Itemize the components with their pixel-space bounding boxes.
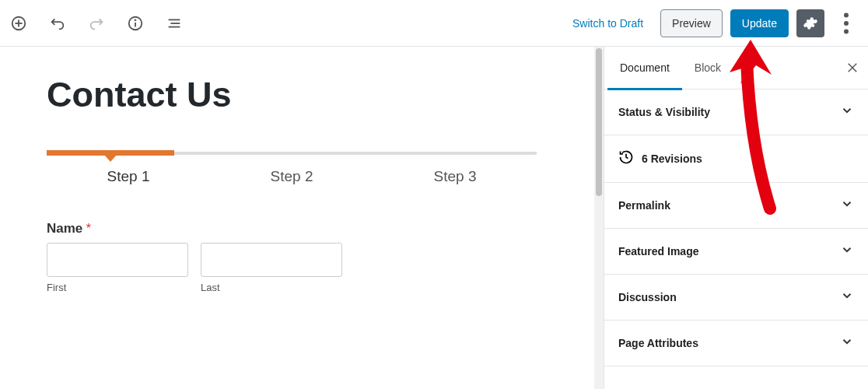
close-icon xyxy=(845,61,859,75)
outline-button[interactable] xyxy=(165,14,184,33)
kebab-icon xyxy=(832,9,860,37)
editor-canvas[interactable]: Contact Us Step 1 Step 2 Step 3 Name * F… xyxy=(0,47,594,389)
last-sublabel: Last xyxy=(201,282,342,293)
page-title[interactable]: Contact Us xyxy=(47,75,537,115)
sidebar-panels: Status & Visibility 6 Revisions Permalin… xyxy=(604,89,868,389)
settings-sidebar: Document Block Status & Visibility 6 Rev… xyxy=(604,47,868,389)
step-2: Step 2 xyxy=(210,168,373,185)
svg-point-10 xyxy=(844,21,849,26)
chevron-down-icon xyxy=(840,103,854,121)
toolbar-left xyxy=(9,14,184,33)
add-block-button[interactable] xyxy=(9,14,28,33)
tab-document[interactable]: Document xyxy=(607,47,682,89)
editor-toolbar: Switch to Draft Preview Update xyxy=(0,0,868,47)
first-name-input[interactable] xyxy=(47,243,188,277)
chevron-down-icon xyxy=(840,243,854,260)
preview-button[interactable]: Preview xyxy=(660,9,723,37)
scroll-thumb[interactable] xyxy=(596,48,602,196)
gear-icon xyxy=(803,16,818,31)
sidebar-tabbar: Document Block xyxy=(604,47,868,89)
name-label: Name xyxy=(47,221,82,236)
last-name-input[interactable] xyxy=(201,243,342,277)
svg-point-9 xyxy=(844,12,849,17)
chevron-down-icon xyxy=(840,335,854,352)
name-field: Name * First Last xyxy=(47,221,537,293)
switch-to-draft-link[interactable]: Switch to Draft xyxy=(563,12,653,34)
svg-point-11 xyxy=(844,29,849,33)
panel-revisions[interactable]: 6 Revisions xyxy=(604,135,868,183)
step-3: Step 3 xyxy=(373,168,537,185)
panel-discussion[interactable]: Discussion xyxy=(604,275,868,321)
editor-scrollbar[interactable] xyxy=(594,47,604,389)
history-icon xyxy=(618,149,634,168)
tab-block[interactable]: Block xyxy=(682,47,733,89)
step-1: Step 1 xyxy=(47,168,210,185)
chevron-down-icon xyxy=(840,289,854,306)
undo-button[interactable] xyxy=(48,14,67,33)
required-mark: * xyxy=(86,222,91,235)
first-sublabel: First xyxy=(47,282,188,293)
form-steps: Step 1 Step 2 Step 3 xyxy=(47,168,537,185)
toolbar-right: Switch to Draft Preview Update xyxy=(563,9,860,37)
panel-permalink[interactable]: Permalink xyxy=(604,183,868,229)
chevron-down-icon xyxy=(840,197,854,214)
form-progress xyxy=(47,148,537,159)
panel-status-visibility[interactable]: Status & Visibility xyxy=(604,89,868,135)
redo-button[interactable] xyxy=(87,14,106,33)
info-button[interactable] xyxy=(126,14,145,33)
svg-point-5 xyxy=(135,19,136,20)
settings-button[interactable] xyxy=(796,9,824,37)
workspace: Contact Us Step 1 Step 2 Step 3 Name * F… xyxy=(0,47,868,389)
panel-page-attributes[interactable]: Page Attributes xyxy=(604,321,868,366)
close-sidebar-button[interactable] xyxy=(837,47,868,89)
more-menu-button[interactable] xyxy=(832,9,860,37)
panel-featured-image[interactable]: Featured Image xyxy=(604,229,868,275)
update-button[interactable]: Update xyxy=(730,9,789,37)
